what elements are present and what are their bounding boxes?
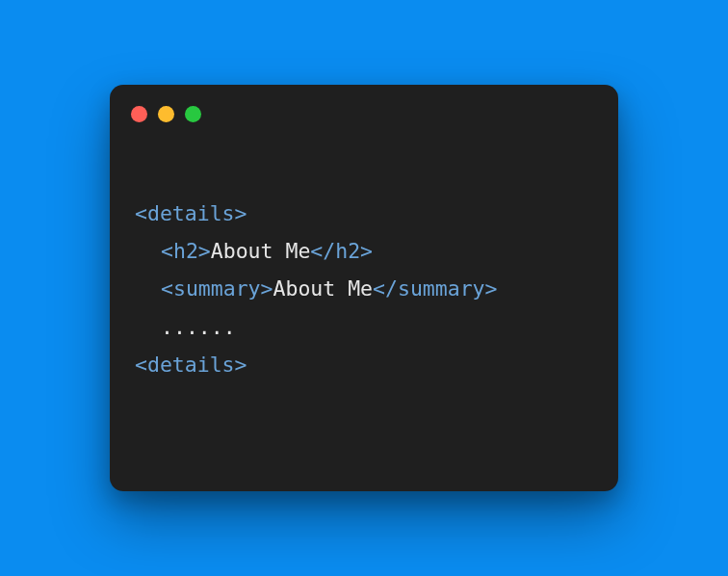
tag-open: <h2> xyxy=(161,239,211,263)
maximize-icon[interactable] xyxy=(185,106,201,122)
window-titlebar xyxy=(110,85,618,130)
code-window: <details><h2>About Me</h2><summary>About… xyxy=(110,85,618,491)
code-line: <h2>About Me</h2> xyxy=(135,232,593,270)
code-line: <summary>About Me</summary> xyxy=(135,270,593,307)
code-text: ...... xyxy=(161,315,236,339)
code-line: <details> xyxy=(135,346,593,383)
tag-open: <summary> xyxy=(161,276,273,301)
tag-close: </summary> xyxy=(373,276,497,301)
code-content: <details><h2>About Me</h2><summary>About… xyxy=(110,130,618,491)
minimize-icon[interactable] xyxy=(158,106,174,122)
tag-open: <details> xyxy=(135,353,247,377)
tag-close: </h2> xyxy=(310,239,373,263)
code-text: About Me xyxy=(211,239,311,263)
close-icon[interactable] xyxy=(131,106,147,122)
code-line: <details> xyxy=(135,195,593,232)
tag-open: <details> xyxy=(135,201,247,225)
code-line: ...... xyxy=(135,308,593,346)
code-text: About Me xyxy=(273,276,374,301)
